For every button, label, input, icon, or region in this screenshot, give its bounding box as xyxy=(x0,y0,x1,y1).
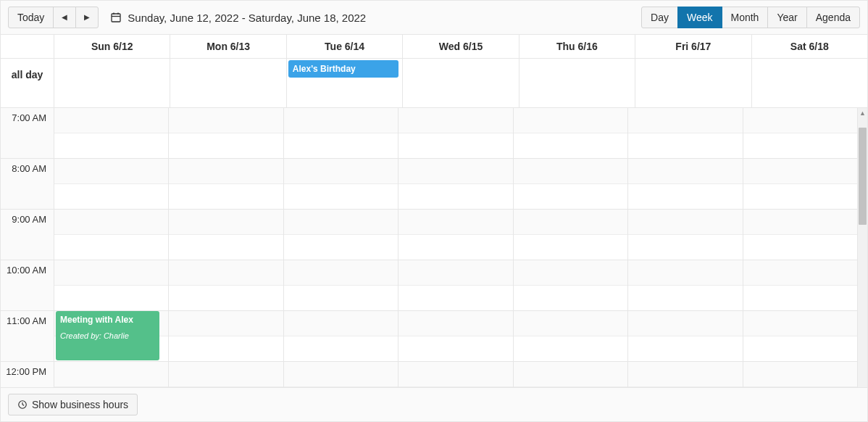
time-slot-cell[interactable] xyxy=(284,235,398,260)
today-button[interactable]: Today xyxy=(8,7,54,28)
day-column[interactable] xyxy=(513,108,627,387)
day-header[interactable]: Sun 6/12 xyxy=(54,35,170,58)
time-slot-cell[interactable] xyxy=(398,184,512,210)
time-slot-cell[interactable] xyxy=(514,286,627,311)
time-slot-cell[interactable] xyxy=(628,108,742,133)
time-slot-cell[interactable] xyxy=(628,159,742,184)
allday-cell[interactable]: Alex's Birthday xyxy=(286,59,402,107)
show-business-hours-button[interactable]: Show business hours xyxy=(8,394,138,415)
time-slot-cell[interactable] xyxy=(169,260,283,286)
time-slot-cell[interactable] xyxy=(514,336,627,362)
time-slot-cell[interactable] xyxy=(169,184,283,210)
time-slot-cell[interactable] xyxy=(628,260,742,286)
time-slot-cell[interactable] xyxy=(514,311,627,336)
day-column[interactable] xyxy=(398,108,512,387)
date-range[interactable]: Sunday, June 12, 2022 - Saturday, June 1… xyxy=(110,12,366,24)
time-slot-cell[interactable] xyxy=(514,159,627,184)
time-slot-cell[interactable] xyxy=(628,362,742,387)
allday-cell[interactable] xyxy=(635,59,751,107)
time-slot-cell[interactable] xyxy=(284,336,398,362)
day-header[interactable]: Fri 6/17 xyxy=(635,35,751,58)
day-column[interactable] xyxy=(283,108,398,387)
time-grid[interactable]: Meeting with AlexCreated by: Charlie xyxy=(54,108,857,387)
time-slot-cell[interactable] xyxy=(169,286,283,311)
view-agenda-button[interactable]: Agenda xyxy=(806,7,860,28)
time-slot-cell[interactable] xyxy=(169,133,283,159)
time-slot-cell[interactable] xyxy=(628,184,742,210)
time-slot-cell[interactable] xyxy=(743,235,857,260)
time-slot-cell[interactable] xyxy=(54,184,168,210)
scroll-up-button[interactable]: ▲ xyxy=(858,108,867,118)
time-slot-cell[interactable] xyxy=(398,260,512,286)
time-slot-cell[interactable] xyxy=(743,210,857,235)
time-slot-cell[interactable] xyxy=(398,311,512,336)
allday-cell[interactable] xyxy=(751,59,867,107)
time-slot-cell[interactable] xyxy=(284,210,398,235)
day-header[interactable]: Mon 6/13 xyxy=(170,35,285,58)
day-header[interactable]: Tue 6/14 xyxy=(286,35,402,58)
time-slot-cell[interactable] xyxy=(169,336,283,362)
time-slot-cell[interactable] xyxy=(284,260,398,286)
time-slot-cell[interactable] xyxy=(514,133,627,159)
day-header[interactable]: Sat 6/18 xyxy=(751,35,867,58)
next-button[interactable]: ▶ xyxy=(75,7,99,28)
time-slot-cell[interactable] xyxy=(284,108,398,133)
allday-event[interactable]: Alex's Birthday xyxy=(288,60,398,78)
time-slot-cell[interactable] xyxy=(398,235,512,260)
allday-cell[interactable] xyxy=(519,59,635,107)
time-slot-cell[interactable] xyxy=(743,311,857,336)
time-slot-cell[interactable] xyxy=(398,108,512,133)
time-slot-cell[interactable] xyxy=(54,362,168,387)
time-slot-cell[interactable] xyxy=(628,210,742,235)
time-slot-cell[interactable] xyxy=(743,159,857,184)
time-slot-cell[interactable] xyxy=(628,336,742,362)
day-column[interactable] xyxy=(168,108,283,387)
time-slot-cell[interactable] xyxy=(628,286,742,311)
time-slot-cell[interactable] xyxy=(628,311,742,336)
time-slot-cell[interactable] xyxy=(514,362,627,387)
time-slot-cell[interactable] xyxy=(514,210,627,235)
time-slot-cell[interactable] xyxy=(54,133,168,159)
time-slot-cell[interactable] xyxy=(743,336,857,362)
time-slot-cell[interactable] xyxy=(514,108,627,133)
time-slot-cell[interactable] xyxy=(514,235,627,260)
time-slot-cell[interactable] xyxy=(284,184,398,210)
view-month-button[interactable]: Month xyxy=(722,7,769,28)
vertical-scrollbar[interactable]: ▲ ▼ xyxy=(857,108,867,387)
time-slot-cell[interactable] xyxy=(169,235,283,260)
time-slot-cell[interactable] xyxy=(743,260,857,286)
time-slot-cell[interactable] xyxy=(743,286,857,311)
time-slot-cell[interactable] xyxy=(284,133,398,159)
time-slot-cell[interactable] xyxy=(169,108,283,133)
time-slot-cell[interactable] xyxy=(398,159,512,184)
time-slot-cell[interactable] xyxy=(514,260,627,286)
time-slot-cell[interactable] xyxy=(743,362,857,387)
time-slot-cell[interactable] xyxy=(284,362,398,387)
time-slot-cell[interactable] xyxy=(169,210,283,235)
allday-cell[interactable] xyxy=(402,59,518,107)
time-slot-cell[interactable] xyxy=(398,362,512,387)
time-slot-cell[interactable] xyxy=(284,159,398,184)
time-slot-cell[interactable] xyxy=(169,362,283,387)
time-slot-cell[interactable] xyxy=(514,184,627,210)
time-slot-cell[interactable] xyxy=(54,260,168,286)
time-slot-cell[interactable] xyxy=(54,210,168,235)
view-day-button[interactable]: Day xyxy=(641,7,678,28)
time-slot-cell[interactable] xyxy=(169,311,283,336)
view-year-button[interactable]: Year xyxy=(767,7,806,28)
allday-cell[interactable] xyxy=(170,59,285,107)
day-column[interactable] xyxy=(743,108,857,387)
time-slot-cell[interactable] xyxy=(54,108,168,133)
day-header[interactable]: Thu 6/16 xyxy=(519,35,635,58)
time-slot-cell[interactable] xyxy=(169,159,283,184)
time-slot-cell[interactable] xyxy=(628,235,742,260)
time-slot-cell[interactable] xyxy=(743,184,857,210)
time-slot-cell[interactable] xyxy=(54,159,168,184)
time-slot-cell[interactable] xyxy=(54,235,168,260)
day-column[interactable]: Meeting with AlexCreated by: Charlie xyxy=(54,108,168,387)
time-slot-cell[interactable] xyxy=(628,133,742,159)
time-slot-cell[interactable] xyxy=(398,286,512,311)
time-slot-cell[interactable] xyxy=(398,336,512,362)
allday-cell[interactable] xyxy=(54,59,170,107)
view-week-button[interactable]: Week xyxy=(677,7,722,28)
